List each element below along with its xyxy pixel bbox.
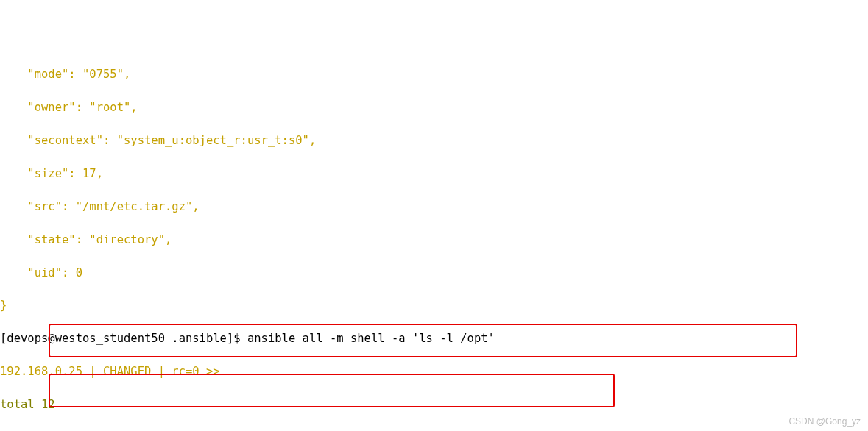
json-uid-line: "uid": 0: [0, 265, 868, 281]
json-close-brace: }: [0, 297, 868, 313]
command-1-text: ansible all -m shell -a 'ls -l /opt': [247, 332, 495, 345]
output-total-25: total 12: [0, 396, 868, 413]
json-state-line: "state": "directory",: [0, 232, 868, 248]
json-size-line: "size": 17,: [0, 165, 868, 182]
json-mode-line: "mode": "0755",: [0, 66, 868, 82]
json-owner-line: "owner": "root",: [0, 99, 868, 115]
prompt-1: [devops@westos_student50 .ansible]$: [0, 332, 247, 345]
watermark: CSDN @Gong_yz: [788, 416, 861, 428]
output-host-25: 192.168.0.25 | CHANGED | rc=0 >>: [0, 363, 868, 380]
command-line-1[interactable]: [devops@westos_student50 .ansible]$ ansi…: [0, 330, 868, 346]
json-secontext-line: "secontext": "system_u:object_r:usr_t:s0…: [0, 132, 868, 149]
json-src-line: "src": "/mnt/etc.tar.gz",: [0, 199, 868, 215]
